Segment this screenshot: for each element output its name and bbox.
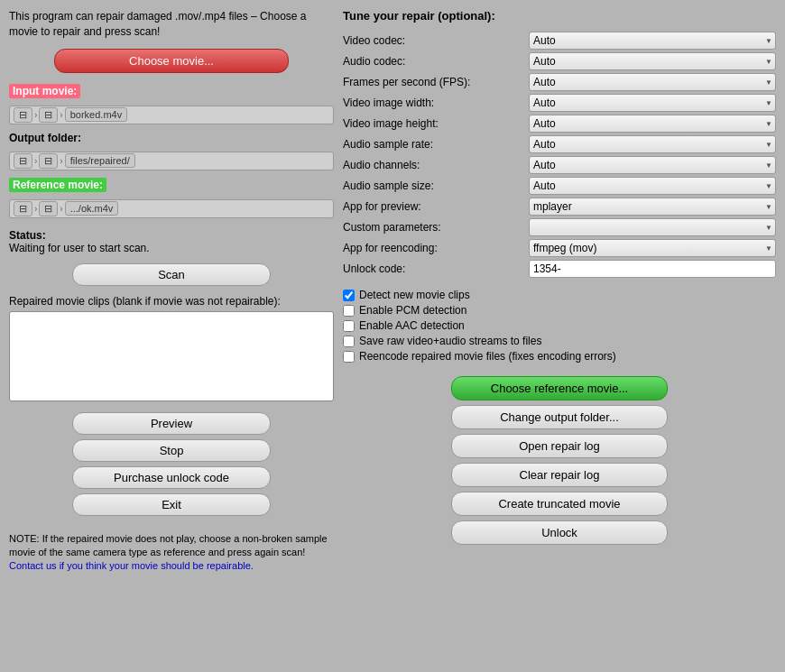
right-btn-4[interactable]: Create truncated movie (451, 492, 668, 516)
choose-movie-button[interactable]: Choose movie... (54, 49, 289, 73)
checkbox-4[interactable] (343, 351, 355, 363)
checkbox-row-2: Enable AAC detection (343, 319, 776, 332)
tune-control-wrapper-10: ffmpeg (mov) (529, 239, 776, 257)
tune-select-5[interactable]: Auto (529, 135, 776, 153)
checkbox-row-1: Enable PCM detection (343, 304, 776, 317)
status-label: Status: (9, 229, 46, 242)
out-seg-2: ⊟ (39, 153, 58, 169)
tune-select-4[interactable]: Auto (529, 115, 776, 133)
tune-select-10[interactable]: ffmpeg (mov) (529, 239, 776, 257)
input-path-segments: ⊟ › ⊟ › borked.m4v (14, 107, 127, 123)
right-btn-1[interactable]: Change output folder... (451, 405, 668, 429)
stop-button[interactable]: Stop (72, 439, 271, 462)
tune-label-9: Custom parameters: (343, 218, 523, 236)
checkbox-label-0: Detect new movie clips (359, 289, 470, 301)
out-seg-1: ⊟ (14, 153, 32, 169)
tune-label-7: Audio sample size: (343, 177, 523, 195)
right-btn-2[interactable]: Open repair log (451, 434, 668, 458)
tune-control-wrapper-5: Auto (529, 135, 776, 153)
input-filename: borked.m4v (65, 107, 127, 122)
tune-label-11: Unlock code: (343, 260, 523, 278)
tune-control-wrapper-6: Auto (529, 156, 776, 174)
tune-label-10: App for reencoding: (343, 239, 523, 257)
tune-label-5: Audio sample rate: (343, 135, 523, 153)
tune-control-wrapper-2: Auto (529, 73, 776, 91)
tune-label-1: Audio codec: (343, 52, 523, 70)
tune-select-1[interactable]: Auto (529, 52, 776, 70)
repaired-section: Repaired movie clips (blank if movie was… (9, 295, 334, 407)
checkbox-row-0: Detect new movie clips (343, 289, 776, 301)
ref-seg-1: ⊟ (14, 201, 32, 216)
ref-seg-2: ⊟ (39, 201, 58, 216)
output-folder-path: ⊟ › ⊟ › files/repaired/ (9, 152, 334, 170)
checkbox-label-3: Save raw video+audio streams to files (359, 335, 541, 347)
checkbox-label-2: Enable AAC detection (359, 319, 465, 332)
tune-control-wrapper-8: mplayer (529, 198, 776, 216)
path-seg-2: ⊟ (39, 107, 58, 123)
input-movie-path: ⊟ › ⊟ › borked.m4v (9, 106, 334, 124)
purchase-unlock-button[interactable]: Purchase unlock code (72, 466, 271, 489)
repaired-list (9, 311, 334, 401)
ref-path-segments: ⊟ › ⊟ › .../ok.m4v (14, 201, 118, 216)
input-movie-label: Input movie: (9, 84, 80, 98)
reference-filename: .../ok.m4v (65, 201, 119, 216)
contact-link[interactable]: Contact us if you think your movie shoul… (9, 560, 254, 571)
tune-control-wrapper-1: Auto (529, 52, 776, 70)
reference-movie-row: Reference movie: (9, 178, 334, 192)
tune-label-0: Video codec: (343, 32, 523, 50)
checkbox-0[interactable] (343, 290, 355, 301)
status-section: Status: Waiting for user to start scan. (9, 229, 334, 254)
right-btn-3[interactable]: Clear repair log (451, 463, 668, 487)
checkbox-label-4: Reencode repaired movie files (fixes enc… (359, 350, 616, 363)
repaired-label: Repaired movie clips (blank if movie was… (9, 295, 334, 308)
status-value: Waiting for user to start scan. (9, 242, 150, 254)
tune-select-2[interactable]: Auto (529, 73, 776, 91)
tune-select-6[interactable]: Auto (529, 156, 776, 174)
tune-label-2: Frames per second (FPS): (343, 73, 523, 91)
tune-select-0[interactable]: Auto (529, 32, 776, 50)
tune-select-7[interactable]: Auto (529, 177, 776, 195)
preview-button[interactable]: Preview (72, 412, 271, 435)
checkbox-1[interactable] (343, 305, 355, 317)
right-btn-5[interactable]: Unlock (451, 520, 668, 545)
checkbox-row-4: Reencode repaired movie files (fixes enc… (343, 350, 776, 363)
tune-control-wrapper-3: Auto (529, 94, 776, 112)
tune-grid: Video codec:AutoAudio codec:AutoFrames p… (343, 32, 776, 278)
tune-control-wrapper-0: Auto (529, 32, 776, 50)
tune-select-9[interactable] (529, 218, 776, 236)
note-text: NOTE: If the repaired movie does not pla… (9, 532, 334, 574)
right-btn-section: Choose reference movie...Change output f… (343, 376, 776, 545)
exit-button[interactable]: Exit (72, 493, 271, 516)
output-folder-label: Output folder: (9, 132, 81, 144)
reference-movie-label: Reference movie: (9, 178, 106, 192)
right-panel: Tune your repair (optional): Video codec… (343, 9, 776, 663)
tune-select-8[interactable]: mplayer (529, 198, 776, 216)
tune-label-8: App for preview: (343, 198, 523, 216)
tune-control-wrapper-11 (529, 260, 776, 278)
intro-text: This program can repair damaged .mov/.mp… (9, 9, 334, 40)
tune-label-3: Video image width: (343, 94, 523, 112)
scan-button[interactable]: Scan (72, 263, 271, 286)
checkbox-label-1: Enable PCM detection (359, 304, 466, 317)
main-container: This program can repair damaged .mov/.mp… (0, 0, 785, 672)
checkboxes-container: Detect new movie clipsEnable PCM detecti… (343, 289, 776, 365)
tune-control-wrapper-9 (529, 218, 776, 236)
checkbox-2[interactable] (343, 320, 355, 332)
checkbox-row-3: Save raw video+audio streams to files (343, 335, 776, 347)
tune-input-11[interactable] (529, 260, 776, 278)
checkbox-3[interactable] (343, 336, 355, 347)
right-btn-0[interactable]: Choose reference movie... (451, 376, 668, 400)
left-panel: This program can repair damaged .mov/.mp… (9, 9, 334, 663)
tune-section-title: Tune your repair (optional): (343, 9, 776, 23)
tune-label-6: Audio channels: (343, 156, 523, 174)
tune-label-4: Video image height: (343, 115, 523, 133)
action-buttons: Preview Stop Purchase unlock code Exit (9, 412, 334, 516)
path-seg-1: ⊟ (14, 107, 32, 123)
tune-control-wrapper-7: Auto (529, 177, 776, 195)
output-path-value: files/repaired/ (65, 153, 135, 168)
output-path-segments: ⊟ › ⊟ › files/repaired/ (14, 153, 135, 169)
input-movie-row: Input movie: (9, 84, 334, 98)
reference-movie-path: ⊟ › ⊟ › .../ok.m4v (9, 199, 334, 218)
tune-control-wrapper-4: Auto (529, 115, 776, 133)
tune-select-3[interactable]: Auto (529, 94, 776, 112)
